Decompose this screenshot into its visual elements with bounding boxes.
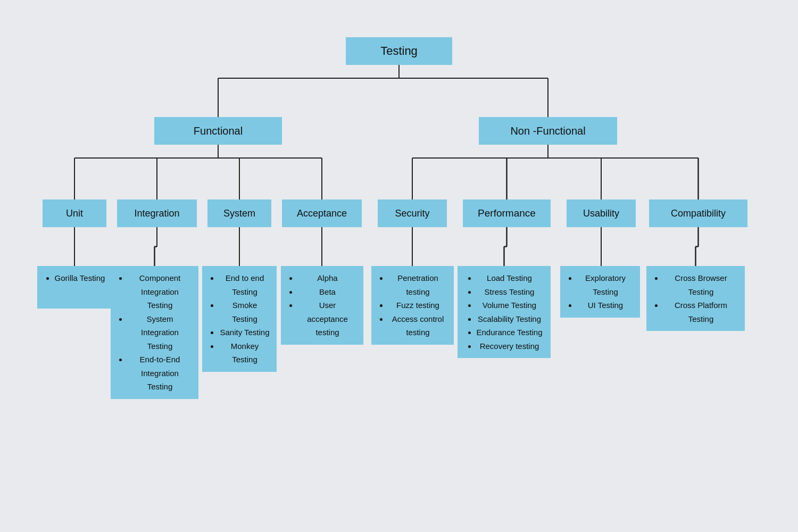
system-item-4: Monkey Testing [219,339,270,367]
performance-item-3: Volume Testing [477,298,543,312]
integration-node: Integration [117,200,197,227]
integration-item-2: System Integration Testing [128,312,192,353]
acceptance-item-1: Alpha [298,271,357,285]
performance-item-1: Load Testing [477,271,543,285]
security-item-1: Penetration testing [388,271,447,298]
functional-node: Functional [154,117,282,145]
unit-node: Unit [43,200,106,227]
acceptance-item-3: User acceptance testing [298,298,357,339]
security-node: Security [378,200,447,227]
system-detail: End to end Testing Smoke Testing Sanity … [202,266,277,372]
integration-label: Integration [134,208,179,219]
performance-list: Load Testing Stress Testing Volume Testi… [466,271,543,353]
security-list: Penetration testing Fuzz testing Access … [378,271,447,339]
functional-label: Functional [194,125,243,137]
nonfunctional-node: Non -Functional [479,117,617,145]
security-item-3: Access control testing [388,312,447,339]
performance-label: Performance [478,207,536,219]
acceptance-item-2: Beta [298,285,357,299]
performance-item-5: Endurance Testing [477,326,543,339]
performance-item-6: Recovery testing [477,339,543,353]
system-label: System [223,208,255,219]
tree-svg [32,37,766,473]
acceptance-node: Acceptance [282,200,362,227]
security-label: Security [395,208,429,219]
acceptance-detail: Alpha Beta User acceptance testing [281,266,363,345]
performance-detail: Load Testing Stress Testing Volume Testi… [458,266,551,358]
unit-item-1: Gorilla Testing [55,271,105,285]
compatibility-list: Cross Browser Testing Cross Platform Tes… [653,271,738,326]
integration-item-3: End-to-End Integration Testing [128,353,192,394]
usability-list: Exploratory Testing UI Testing [567,271,634,312]
integration-item-1: Component Integration Testing [128,271,192,312]
compatibility-item-1: Cross Browser Testing [663,271,738,298]
unit-label: Unit [66,208,83,219]
security-detail: Penetration testing Fuzz testing Access … [371,266,454,345]
performance-item-4: Scalability Testing [477,312,543,326]
usability-label: Usability [583,208,619,219]
unit-list: Gorilla Testing [44,271,105,285]
acceptance-list: Alpha Beta User acceptance testing [287,271,357,339]
diagram-container: Testing Functional Non -Functional Unit … [32,37,766,473]
compatibility-detail: Cross Browser Testing Cross Platform Tes… [646,266,745,331]
system-item-1: End to end Testing [219,271,270,298]
usability-node: Usability [567,200,636,227]
acceptance-label: Acceptance [297,208,347,219]
usability-item-1: Exploratory Testing [577,271,634,298]
root-label: Testing [380,44,418,58]
usability-item-2: UI Testing [577,298,634,312]
compatibility-item-2: Cross Platform Testing [663,298,738,326]
root-node: Testing [346,37,452,65]
integration-list: Component Integration Testing System Int… [117,271,192,394]
system-item-2: Smoke Testing [219,298,270,326]
compatibility-node: Compatibility [649,200,747,227]
performance-node: Performance [463,200,551,227]
usability-detail: Exploratory Testing UI Testing [560,266,640,318]
unit-detail: Gorilla Testing [37,266,112,309]
compatibility-label: Compatibility [671,208,726,219]
nonfunctional-label: Non -Functional [510,125,585,137]
system-node: System [207,200,271,227]
system-list: End to end Testing Smoke Testing Sanity … [209,271,270,367]
security-item-2: Fuzz testing [388,298,447,312]
performance-item-2: Stress Testing [477,285,543,299]
system-item-3: Sanity Testing [219,326,270,339]
integration-detail: Component Integration Testing System Int… [111,266,198,399]
